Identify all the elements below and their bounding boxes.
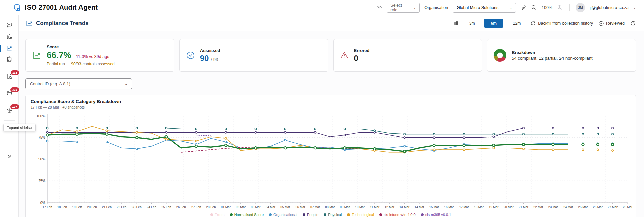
badge-count: 302 — [10, 87, 19, 92]
svg-text:18 Mar: 18 Mar — [474, 205, 484, 209]
legend-item[interactable]: Normalised Score — [230, 213, 264, 217]
svg-text:04 Mar: 04 Mar — [266, 205, 275, 209]
expand-sidebar-tooltip: Expand sidebar — [3, 124, 36, 131]
trend-line-chart[interactable]: 0%25%50%75%100%17 Feb18 Feb19 Feb20 Feb2… — [31, 112, 632, 210]
sidebar-item-trends[interactable] — [3, 44, 16, 54]
svg-text:19 Mar: 19 Mar — [489, 205, 498, 209]
legend-item[interactable]: cis-intune-win 4.0.0 — [379, 213, 416, 217]
legend-dot — [269, 213, 272, 216]
svg-text:17 Mar: 17 Mar — [459, 205, 469, 209]
divider — [4, 103, 15, 103]
legend-item[interactable]: Physical — [324, 213, 342, 217]
svg-text:08 Mar: 08 Mar — [325, 205, 335, 209]
svg-text:24 Feb: 24 Feb — [147, 205, 156, 209]
legend-item[interactable]: People — [303, 213, 318, 217]
svg-text:22 Feb: 22 Feb — [117, 205, 126, 209]
errored-card: Errored 0 — [333, 39, 482, 72]
chevron-down-icon: ⌄ — [509, 6, 512, 9]
legend-dot — [324, 213, 326, 216]
sidebar-item-checklist[interactable] — [3, 55, 16, 65]
sidebar-item-search-findings[interactable]: 113 — [3, 72, 16, 82]
chevron-down-icon: ⌄ — [125, 82, 128, 86]
svg-text:18 Feb: 18 Feb — [57, 205, 67, 209]
kpi-cards: Score 66.7% -11.0% vs 39d ago Partial ru… — [19, 31, 644, 72]
range-3m-button[interactable]: 3m — [465, 19, 479, 28]
svg-text:05 Mar: 05 Mar — [280, 205, 290, 209]
svg-text:23 Mar: 23 Mar — [548, 205, 558, 209]
badge-count: 197 — [10, 104, 19, 109]
legend-dot — [210, 213, 213, 216]
assessed-value: 90 — [200, 54, 209, 63]
organisation-select[interactable]: Global Micro Solutions ⌄ — [453, 3, 516, 13]
chevron-down-icon[interactable]: ⌄ — [633, 6, 636, 9]
svg-text:25 Feb: 25 Feb — [161, 205, 171, 209]
breakdown-donut-chart — [493, 49, 507, 62]
svg-text:13 Mar: 13 Mar — [399, 205, 409, 209]
zoom-in-icon[interactable] — [557, 5, 563, 11]
assessed-total: / 93 — [211, 57, 218, 62]
sidebar-item-collection[interactable]: 302 — [3, 89, 16, 99]
app-title: ISO 27001 Audit Agent — [25, 4, 98, 11]
svg-text:21 Feb: 21 Feb — [102, 205, 112, 209]
svg-text:14 Mar: 14 Mar — [415, 205, 424, 209]
svg-text:20 Mar: 20 Mar — [504, 205, 514, 209]
pin-icon[interactable] — [521, 5, 526, 10]
sidebar-item-chat[interactable] — [3, 21, 16, 31]
avatar[interactable]: JM — [576, 3, 585, 12]
legend-item[interactable]: Organisational — [269, 213, 297, 217]
legend-dot — [303, 213, 305, 216]
chart-type-icon[interactable] — [454, 20, 460, 26]
sidebar-item-bar-chart[interactable] — [3, 32, 16, 42]
svg-text:24 Mar: 24 Mar — [563, 205, 573, 209]
organisation-label: Organisation — [424, 5, 448, 10]
sync-icon — [530, 20, 536, 26]
breakdown-card: Breakdown 54 compliant, 12 partial, 24 n… — [487, 39, 636, 72]
svg-text:22 Mar: 22 Mar — [533, 205, 543, 209]
svg-text:28 Feb: 28 Feb — [206, 205, 216, 209]
legend-dot — [347, 213, 350, 216]
app-logo-shield-icon — [13, 3, 21, 12]
score-delta: -11.0% vs 39d ago — [75, 54, 109, 59]
svg-text:10 Mar: 10 Mar — [355, 205, 365, 209]
errored-value: 0 — [354, 54, 370, 63]
badge-count: 113 — [11, 70, 19, 75]
control-id-select[interactable]: Control ID (e.g. A.8.1) ⌄ — [25, 78, 132, 89]
legend-dot — [421, 213, 424, 216]
svg-text:03 Mar: 03 Mar — [251, 205, 261, 209]
svg-text:26 Feb: 26 Feb — [176, 205, 186, 209]
organisation-select-value: Global Micro Solutions — [457, 5, 498, 10]
zoom-out-icon[interactable] — [531, 5, 537, 11]
svg-text:100%: 100% — [36, 114, 45, 118]
svg-text:75%: 75% — [38, 135, 45, 139]
expand-sidebar-button[interactable] — [3, 152, 16, 162]
range-6m-button[interactable]: 6m — [484, 19, 503, 28]
svg-text:11 Mar: 11 Mar — [370, 205, 379, 209]
score-card: Score 66.7% -11.0% vs 39d ago Partial ru… — [25, 39, 174, 72]
filter-row: Control ID (e.g. A.8.1) ⌄ — [19, 72, 644, 89]
refresh-icon[interactable] — [630, 20, 636, 26]
svg-text:21 Mar: 21 Mar — [519, 205, 528, 209]
sidebar-item-compliance[interactable]: 197 — [3, 106, 16, 116]
svg-text:01 Mar: 01 Mar — [221, 205, 231, 209]
svg-text:02 Mar: 02 Mar — [236, 205, 246, 209]
svg-text:07 Mar: 07 Mar — [310, 205, 320, 209]
legend-item[interactable]: cis-m365 v6.0.1 — [421, 213, 451, 217]
reviewed-toggle[interactable]: Reviewed — [598, 21, 625, 26]
impersonate-eye-icon[interactable] — [376, 5, 382, 10]
trend-chart-icon — [6, 45, 13, 53]
chevron-down-icon: ⌄ — [413, 6, 416, 9]
svg-text:0%: 0% — [40, 201, 45, 205]
svg-text:06 Mar: 06 Mar — [296, 205, 305, 209]
range-12m-button[interactable]: 12m — [509, 19, 525, 28]
svg-text:27 Mar: 27 Mar — [608, 205, 618, 209]
sidebar: 113 302 197 — [0, 15, 19, 217]
trend-chart-panel: Compliance Score & Category Breakdown 17… — [25, 95, 636, 217]
legend-dot — [230, 213, 233, 216]
role-select[interactable]: Select role... ⌄ — [387, 3, 420, 13]
svg-text:28 Mar: 28 Mar — [623, 205, 632, 209]
legend-item[interactable]: Technological — [347, 213, 374, 217]
clipboard-icon — [6, 56, 13, 64]
score-note: Partial run — 90/93 controls assessed. — [47, 62, 116, 66]
backfill-button[interactable]: Backfill from collection history — [530, 20, 593, 26]
legend-item[interactable]: Errors — [210, 213, 225, 217]
